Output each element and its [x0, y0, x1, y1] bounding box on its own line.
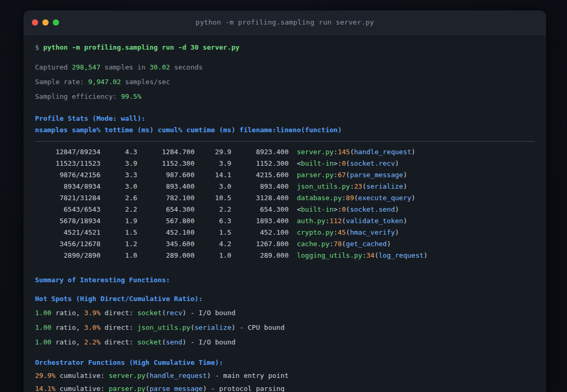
captured-line: Captured 298,547 samples in 30.02 second… [35, 62, 535, 73]
orchestrator-line-segment: 29.9% [35, 372, 55, 379]
desktop-background: python -m profiling.sampling run server.… [0, 0, 567, 392]
terminal-body[interactable]: $ python -m profiling.sampling run -d 30… [24, 34, 546, 392]
orchestrator-line-segment: cumulative: [55, 385, 109, 392]
table-row-segment: 3456/12678 1.2 345.600 4.2 1267.800 [35, 240, 297, 248]
hotspot-line-segment: ) - I/O bound [182, 309, 236, 317]
table-row-segment: >: [333, 159, 342, 167]
table-row-segment: log_request [378, 251, 423, 259]
table-row-segment: 34 [366, 251, 375, 259]
hotspot-line-segment: ratio, [51, 338, 84, 346]
orchestrator-line-segment: 14.1% [35, 385, 55, 392]
minimize-button[interactable] [42, 19, 49, 26]
table-row-segment: json_utils.py [297, 182, 350, 190]
hotspots-heading: Hot Spots (High Direct/Cumulative Ratio)… [35, 293, 535, 305]
table-row-segment: socket.send [350, 205, 395, 213]
table-row-segment: get_cached [346, 240, 387, 248]
table-column-header-segment: nsamples sample% tottime (ms) cumul% cum… [35, 126, 342, 134]
hotspot-line-segment: ) - CPU bound [232, 324, 285, 331]
captured-line-segment: 298,547 [72, 63, 100, 71]
table-row-segment: 78 [333, 240, 342, 248]
orchestrator-line-segment: ) - main entry point [207, 372, 289, 379]
table-row: 11523/11523 3.9 1152.300 3.9 1152.300 <b… [35, 158, 535, 169]
table-row-segment: built-in [301, 159, 334, 167]
hotspot-line: 1.00 ratio, 2.2% direct: socket(send) - … [35, 337, 535, 348]
hotspot-line-segment: ( [162, 338, 166, 346]
table-row-segment: socket.recv [350, 159, 395, 167]
hotspot-line-segment: send [166, 338, 182, 346]
captured-line-segment: samples in [100, 63, 149, 71]
hotspot-line: 1.00 ratio, 3.0% direct: json_utils.py(s… [35, 322, 535, 333]
table-row-segment: parse_message [350, 171, 403, 179]
table-row-segment: parser.py [297, 171, 333, 179]
terminal-titlebar[interactable]: python -m profiling.sampling run server.… [24, 10, 546, 34]
table-row-segment: ) [411, 148, 415, 156]
table-row-segment: ) [387, 240, 391, 248]
table-row-segment: ) [395, 159, 399, 167]
table-row-segment: 6543/6543 2.2 654.300 2.2 654.300 [35, 205, 297, 213]
orchestrator-line: 29.9% cumulative: server.py(handle_reque… [35, 370, 535, 382]
table-row: 3456/12678 1.2 345.600 4.2 1267.800 cach… [35, 238, 535, 250]
table-row-segment: database.py [297, 194, 342, 202]
table-row-segment: 89 [346, 194, 354, 202]
hotspots-heading-segment: Hot Spots (High Direct/Cumulative Ratio)… [35, 295, 203, 303]
table-divider [35, 141, 535, 142]
table-row-segment: ) [395, 228, 399, 236]
maximize-button[interactable] [53, 19, 59, 26]
summary-heading: Summary of Interesting Functions: [35, 274, 535, 286]
table-row-segment: ( [342, 217, 346, 225]
orchestrator-line: 14.1% cumulative: parser.py(parse_messag… [35, 383, 535, 392]
table-row-segment: : [333, 228, 338, 236]
table-row-segment: 11523/11523 3.9 1152.300 3.9 1152.300 [35, 159, 297, 167]
table-row-segment: 0 [342, 205, 346, 213]
table-row-segment: crypto.py [297, 228, 333, 236]
hotspot-line-segment: 3.0% [84, 324, 100, 331]
table-row-segment: server.py [297, 148, 333, 156]
table-row-segment: 7821/31284 2.6 782.100 10.5 3128.400 [35, 194, 297, 202]
orchestrator-line-segment: ( [145, 385, 149, 392]
table-row-segment: 9876/42156 3.3 987.600 14.1 4215.600 [35, 171, 297, 179]
table-row: 8934/8934 3.0 893.400 3.0 893.400 json_u… [35, 181, 535, 192]
table-row-segment: : [342, 194, 346, 202]
table-row-segment: ( [346, 205, 350, 213]
hotspot-line-segment: json_utils.py [137, 324, 191, 331]
sample-rate-line-segment: 9,947.02 [88, 78, 121, 86]
hotspot-line-segment: 1.00 [35, 324, 51, 331]
table-row-segment: 4521/4521 1.5 452.100 1.5 452.100 [35, 228, 297, 236]
table-row-segment: 5678/18934 1.9 567.800 6.3 1893.400 [35, 217, 297, 225]
terminal-window: python -m profiling.sampling run server.… [24, 10, 546, 392]
close-button[interactable] [32, 19, 38, 26]
table-row-segment: logging_utils.py [297, 251, 362, 259]
table-row-segment: : [333, 148, 338, 156]
table-row-segment: ) [395, 205, 399, 213]
table-row: 7821/31284 2.6 782.100 10.5 3128.400 dat… [35, 192, 535, 204]
hotspot-line-segment: 2.2% [84, 338, 100, 346]
table-row-segment: auth.py [297, 217, 326, 225]
hotspot-line-segment: recv [166, 309, 182, 317]
table-row-segment: ) [411, 194, 415, 202]
table-row-segment: 2890/2890 1.0 289.000 1.0 289.000 [35, 251, 297, 259]
profile-stats-heading-segment: Profile Stats (Mode: wall): [35, 114, 145, 122]
table-row-segment: handle_request [354, 148, 412, 156]
table-row-segment: built-in [301, 205, 334, 213]
table-row-segment: ) [403, 182, 407, 190]
orchestrator-heading-segment: Orchestrator Functions (High Cumulative … [35, 359, 223, 366]
summary-heading-segment: Summary of Interesting Functions: [35, 276, 170, 284]
hotspot-line-segment: 1.00 [35, 309, 51, 317]
orchestrator-line-segment: ( [145, 372, 149, 379]
table-row-segment: : [333, 171, 338, 179]
hotspot-line-segment: direct: [100, 338, 137, 346]
table-row-segment: : [326, 217, 330, 225]
hotspot-line-segment: socket [137, 338, 162, 346]
table-row-segment: validate_token [346, 217, 403, 225]
table-row-segment: execute_query [358, 194, 411, 202]
efficiency-line-segment: 99.5% [121, 93, 141, 100]
table-row-segment: ( [346, 228, 350, 236]
traffic-lights [32, 19, 59, 26]
sample-rate-line-segment: samples/sec [121, 78, 170, 86]
table-row-segment: 23 [354, 182, 362, 190]
table-row-segment: ) [424, 251, 428, 259]
table-row: 4521/4521 1.5 452.100 1.5 452.100 crypto… [35, 227, 535, 238]
hotspot-line: 1.00 ratio, 3.9% direct: socket(recv) - … [35, 307, 535, 319]
captured-line-segment: Captured [35, 63, 72, 71]
hotspot-line-segment: serialize [194, 324, 231, 331]
